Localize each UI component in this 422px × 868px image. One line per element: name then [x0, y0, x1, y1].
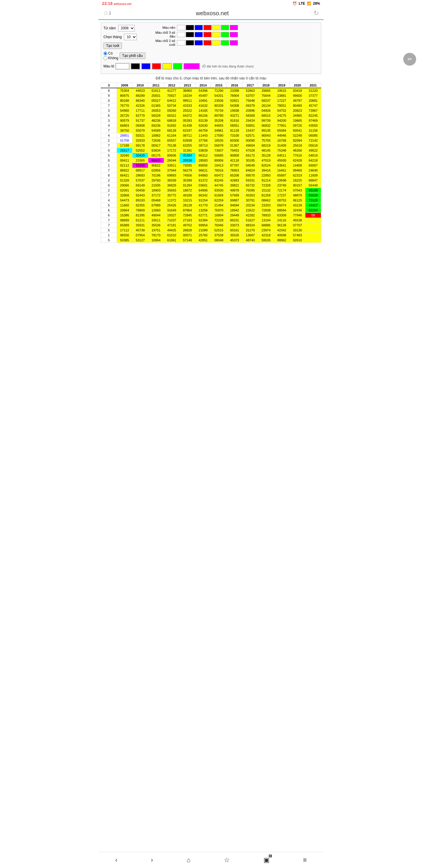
- table-cell[interactable]: 78933: [258, 213, 274, 218]
- table-cell[interactable]: 80188: [117, 98, 132, 103]
- table-row[interactable]: 4544738919305468113721021591254622599988…: [101, 198, 321, 203]
- color-2d-white[interactable]: [177, 40, 185, 45]
- table-cell[interactable]: 70196: [148, 173, 164, 178]
- table-cell[interactable]: 53707: [242, 93, 258, 98]
- table-cell[interactable]: 91616: [227, 118, 242, 123]
- table-cell[interactable]: 03418: [290, 88, 305, 93]
- table-row[interactable]: 5116609235567989254262812841770214949469…: [101, 203, 321, 208]
- table-cell[interactable]: 76946: [211, 223, 227, 228]
- table-cell[interactable]: 35772: [164, 193, 180, 198]
- table-cell[interactable]: 50321: [132, 133, 148, 138]
- table-cell[interactable]: 75648: [242, 98, 258, 103]
- table-cell[interactable]: 91737: [132, 118, 148, 123]
- table-cell[interactable]: 1: [101, 163, 117, 168]
- table-cell[interactable]: 21505: [148, 183, 164, 188]
- table-cell[interactable]: 0: [101, 98, 117, 103]
- table-cell[interactable]: 23881: [274, 93, 290, 98]
- paint-black[interactable]: [131, 63, 140, 69]
- table-cell[interactable]: 79453: [227, 148, 242, 153]
- table-cell[interactable]: 6: [101, 208, 117, 213]
- table-cell[interactable]: 42118: [227, 158, 242, 163]
- table-cell[interactable]: 17188: [117, 143, 132, 148]
- table-cell[interactable]: 26044: [164, 158, 180, 163]
- paint-green[interactable]: [173, 63, 182, 69]
- table-cell[interactable]: 05468: [148, 198, 164, 203]
- table-cell[interactable]: 74506: [180, 173, 195, 178]
- table-cell[interactable]: 2: [101, 138, 117, 143]
- table-cell[interactable]: 91254: [195, 198, 211, 203]
- table-cell[interactable]: 19751: [148, 228, 164, 233]
- table-cell[interactable]: 08711: [180, 133, 195, 138]
- table-cell[interactable]: 26725: [117, 113, 132, 118]
- table-cell[interactable]: 20664: [117, 208, 132, 213]
- table-cell[interactable]: 45353: [242, 193, 258, 198]
- table-cell[interactable]: 35931: [132, 223, 148, 228]
- table-cell[interactable]: 81395: [132, 213, 148, 218]
- star-icon[interactable]: ☆: [103, 9, 109, 17]
- table-cell[interactable]: 45739: [132, 228, 148, 233]
- table-row[interactable]: 8664212868370196698937450684860604726520…: [101, 173, 321, 178]
- table-cell[interactable]: 00429: [132, 153, 148, 158]
- table-row[interactable]: 7868228891702856379445627996621780167895…: [101, 168, 321, 173]
- table-cell[interactable]: 78869: [132, 208, 148, 213]
- table-cell[interactable]: 17112: [117, 228, 132, 233]
- table-cell[interactable]: 52515: [211, 228, 227, 233]
- table-cell[interactable]: 96139: [274, 223, 290, 228]
- table-cell[interactable]: 41770: [195, 203, 211, 208]
- table-cell[interactable]: 00571: [180, 233, 195, 238]
- table-cell[interactable]: 65732: [242, 183, 258, 188]
- table-cell[interactable]: 30185: [242, 158, 258, 163]
- table-cell[interactable]: 75705: [258, 138, 274, 143]
- table-cell[interactable]: 84824: [242, 168, 258, 173]
- table-cell[interactable]: 72328: [258, 183, 274, 188]
- table-cell[interactable]: 86340: [132, 98, 148, 103]
- table-cell[interactable]: 90809: [227, 153, 242, 158]
- table-cell[interactable]: 11372: [164, 198, 180, 203]
- table-cell[interactable]: 50385: [117, 238, 132, 243]
- table-cell[interactable]: 8: [101, 88, 117, 93]
- table-cell[interactable]: 3: [101, 118, 117, 123]
- table-cell[interactable]: 60300: [227, 138, 242, 143]
- table-cell[interactable]: 02091: [117, 188, 132, 193]
- table-cell[interactable]: 82524: [258, 163, 274, 168]
- table-cell[interactable]: 77616: [290, 153, 305, 158]
- table-cell[interactable]: 0: [101, 158, 117, 163]
- table-cell[interactable]: 42282: [242, 213, 258, 218]
- table-cell[interactable]: 23506: [211, 98, 227, 103]
- table-cell[interactable]: 65989: [117, 223, 132, 228]
- table-cell[interactable]: 80975: [117, 93, 132, 98]
- table-cell[interactable]: 68886: [258, 223, 274, 228]
- table-cell[interactable]: 44417: [305, 203, 321, 208]
- table-cell[interactable]: 80489: [290, 103, 305, 108]
- table-cell[interactable]: 3: [101, 108, 117, 113]
- create-lotto-btn[interactable]: Tạo lưới: [103, 42, 122, 49]
- table-cell[interactable]: 15132: [258, 188, 274, 193]
- table-cell[interactable]: 34965: [290, 113, 305, 118]
- table-cell[interactable]: 08662: [258, 198, 274, 203]
- table-cell[interactable]: 45747: [305, 103, 321, 108]
- table-cell[interactable]: 77946: [290, 213, 305, 218]
- table-cell[interactable]: 36829: [164, 183, 180, 188]
- table-cell[interactable]: 23203: [258, 203, 274, 208]
- table-cell[interactable]: 82779: [132, 113, 148, 118]
- table-cell[interactable]: 66421: [117, 173, 132, 178]
- table-cell[interactable]: 09379: [242, 103, 258, 108]
- table-cell[interactable]: 16461: [274, 168, 290, 173]
- table-cell[interactable]: 55801: [242, 123, 258, 128]
- radio-khong-label[interactable]: Không: [103, 56, 119, 60]
- color-bg-black[interactable]: [186, 25, 194, 30]
- table-cell[interactable]: 69893: [164, 173, 180, 178]
- table-cell[interactable]: 37944: [164, 168, 180, 173]
- table-cell[interactable]: 66803: [117, 123, 132, 128]
- table-cell[interactable]: 18225: [290, 178, 305, 183]
- table-cell[interactable]: 28583: [195, 158, 211, 163]
- table-cell[interactable]: [305, 228, 321, 233]
- table-cell[interactable]: 04752: [274, 108, 290, 113]
- table-cell[interactable]: 90622: [148, 163, 164, 168]
- table-cell[interactable]: 13194: [258, 218, 274, 223]
- table-cell[interactable]: 09260: [164, 108, 180, 113]
- table-cell[interactable]: 52248: [290, 133, 305, 138]
- color-3d-green[interactable]: [221, 32, 229, 37]
- table-cell[interactable]: 33911: [164, 163, 180, 168]
- color-2d-red[interactable]: [203, 40, 212, 45]
